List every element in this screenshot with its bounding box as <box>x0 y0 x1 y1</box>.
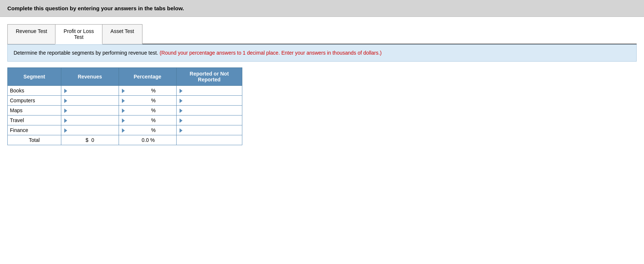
header-reported: Reported or Not Reported <box>176 68 242 86</box>
table-row: Travel % <box>8 115 242 125</box>
arrow-icon <box>180 89 182 93</box>
table-row: Maps % <box>8 106 242 115</box>
table-row: Computers % <box>8 96 242 106</box>
revenues-travel-input[interactable] <box>70 117 100 123</box>
percentage-maps-cell: % <box>119 106 176 115</box>
arrow-icon <box>122 89 125 93</box>
revenues-maps-input[interactable] <box>70 107 100 113</box>
segment-books: Books <box>8 86 61 96</box>
percent-symbol: % <box>151 117 155 123</box>
segment-finance: Finance <box>8 125 61 135</box>
table-row: Finance % <box>8 125 242 135</box>
percent-symbol: % <box>151 107 155 113</box>
revenues-travel-cell <box>61 115 119 125</box>
tab-revenue[interactable]: Revenue Test <box>7 24 55 44</box>
table-wrapper: Segment Revenues Percentage Reported or … <box>7 67 637 145</box>
percentage-finance-input[interactable] <box>128 127 150 133</box>
arrow-icon <box>180 128 182 133</box>
reported-computers-input[interactable] <box>185 98 222 103</box>
arrow-icon <box>122 99 125 103</box>
table-header-row: Segment Revenues Percentage Reported or … <box>8 68 242 86</box>
header-percentage: Percentage <box>119 68 176 86</box>
percent-symbol: % <box>151 127 155 133</box>
reported-finance-cell <box>176 125 242 135</box>
arrow-icon <box>180 109 182 113</box>
percentage-finance-cell: % <box>119 125 176 135</box>
reported-maps-input[interactable] <box>185 107 222 113</box>
table-row: Books % <box>8 86 242 96</box>
total-row: Total $ 0 0.0 % <box>8 135 242 145</box>
revenues-computers-cell <box>61 96 119 106</box>
reported-travel-cell <box>176 115 242 125</box>
arrow-icon <box>180 99 182 103</box>
revenues-finance-cell <box>61 125 119 135</box>
percentage-travel-input[interactable] <box>128 117 150 123</box>
percentage-computers-cell: % <box>119 96 176 106</box>
segment-maps: Maps <box>8 106 61 115</box>
tabs-container: Revenue Test Profit or LossTest Asset Te… <box>7 23 637 44</box>
percent-symbol: % <box>150 137 155 143</box>
header-segment: Segment <box>8 68 61 86</box>
percentage-books-cell: % <box>119 86 176 96</box>
reported-total-input[interactable] <box>187 137 231 143</box>
percentage-travel-cell: % <box>119 115 176 125</box>
dollar-sign: $ <box>86 137 90 143</box>
description-box: Determine the reportable segments by per… <box>7 44 637 62</box>
percent-symbol: % <box>151 98 155 103</box>
arrow-icon <box>122 118 125 123</box>
reported-books-input[interactable] <box>185 88 222 94</box>
reported-finance-input[interactable] <box>185 127 222 133</box>
percentage-total-value: 0.0 <box>142 137 149 143</box>
revenues-finance-input[interactable] <box>70 127 100 133</box>
total-label: Total <box>8 135 61 145</box>
reported-travel-input[interactable] <box>185 117 222 123</box>
arrow-icon <box>64 128 67 133</box>
description-static: Determine the reportable segments by per… <box>14 50 160 56</box>
revenues-books-input[interactable] <box>70 88 100 94</box>
reported-maps-cell <box>176 106 242 115</box>
description-red: (Round your percentage answers to 1 deci… <box>160 50 382 56</box>
arrow-icon <box>64 118 67 123</box>
percent-symbol: % <box>151 88 155 94</box>
tab-profit-loss[interactable]: Profit or LossTest <box>55 24 102 44</box>
percentage-maps-input[interactable] <box>128 107 150 113</box>
revenues-total-cell: $ 0 <box>61 135 119 145</box>
arrow-icon <box>64 89 67 93</box>
arrow-icon <box>64 109 67 113</box>
header-revenues: Revenues <box>61 68 119 86</box>
arrow-icon <box>122 128 125 133</box>
tab-asset[interactable]: Asset Test <box>102 24 142 44</box>
reported-total-cell <box>176 135 242 145</box>
arrow-icon <box>64 99 67 103</box>
segment-travel: Travel <box>8 115 61 125</box>
arrow-icon <box>180 118 182 123</box>
percentage-books-input[interactable] <box>128 88 150 94</box>
segment-computers: Computers <box>8 96 61 106</box>
revenues-maps-cell <box>61 106 119 115</box>
revenues-computers-input[interactable] <box>70 98 100 103</box>
percentage-computers-input[interactable] <box>128 98 150 103</box>
arrow-icon <box>122 109 125 113</box>
instruction-text: Complete this question by entering your … <box>7 5 184 11</box>
reported-computers-cell <box>176 96 242 106</box>
percentage-total-cell: 0.0 % <box>119 135 176 145</box>
revenues-total-value: 0 <box>91 137 94 143</box>
revenues-books-cell <box>61 86 119 96</box>
instruction-bar: Complete this question by entering your … <box>0 0 644 17</box>
segments-table: Segment Revenues Percentage Reported or … <box>7 67 242 145</box>
reported-books-cell <box>176 86 242 96</box>
